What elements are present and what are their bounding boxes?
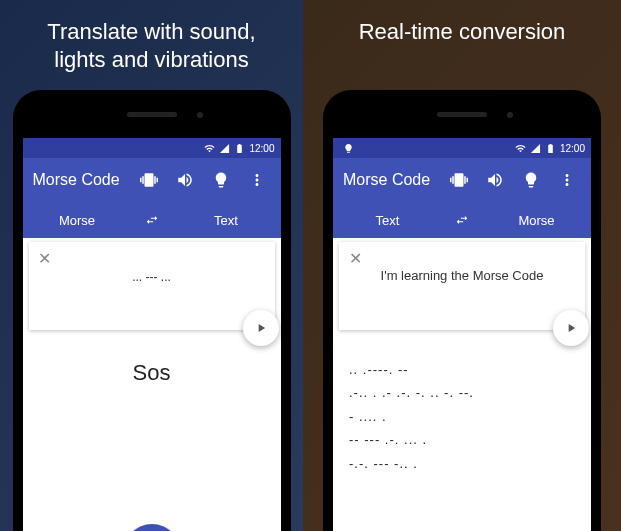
sound-button[interactable]: [481, 166, 509, 194]
output-text: Sos: [23, 330, 281, 516]
swap-button[interactable]: [132, 213, 172, 227]
output-text: .. .----. -- .-.. . .- .-. -. .. -. --. …: [333, 330, 591, 531]
light-button[interactable]: [517, 166, 545, 194]
screen: 12:00 Morse Code Morse: [23, 138, 281, 531]
status-bar: 12:00: [333, 138, 591, 158]
phone-frame: 12:00 Morse Code Text: [323, 90, 601, 531]
tab-bar: Morse Text: [23, 202, 281, 238]
status-bar: 12:00: [23, 138, 281, 158]
signal-icon: [219, 143, 230, 154]
tab-morse[interactable]: Morse: [482, 213, 591, 228]
play-button[interactable]: [243, 310, 279, 346]
tab-text[interactable]: Text: [172, 213, 281, 228]
tab-bar: Text Morse: [333, 202, 591, 238]
clock: 12:00: [560, 143, 585, 154]
input-text: ... --- ...: [37, 250, 267, 314]
battery-icon: [545, 143, 556, 154]
light-button[interactable]: [207, 166, 235, 194]
app-bar: Morse Code: [23, 158, 281, 202]
vibrate-button[interactable]: [135, 166, 163, 194]
signal-icon: [530, 143, 541, 154]
notification-icon: [343, 143, 354, 154]
swap-button[interactable]: [442, 213, 482, 227]
sound-button[interactable]: [171, 166, 199, 194]
phone-frame: 12:00 Morse Code Morse: [13, 90, 291, 531]
close-button[interactable]: ✕: [35, 248, 55, 268]
play-button[interactable]: [553, 310, 589, 346]
app-bar: Morse Code: [333, 158, 591, 202]
input-card[interactable]: ✕ I'm learning the Morse Code: [339, 242, 585, 330]
input-card[interactable]: ✕ ... --- ...: [29, 242, 275, 330]
wifi-icon: [515, 143, 526, 154]
input-text: I'm learning the Morse Code: [347, 250, 577, 313]
screen: 12:00 Morse Code Text: [333, 138, 591, 531]
overflow-button[interactable]: [553, 166, 581, 194]
tap-button[interactable]: [123, 524, 181, 531]
tab-text[interactable]: Text: [333, 213, 442, 228]
promo-panel-left: Translate with sound, lights and vibrati…: [0, 0, 303, 531]
vibrate-button[interactable]: [445, 166, 473, 194]
tab-morse[interactable]: Morse: [23, 213, 132, 228]
headline: Translate with sound, lights and vibrati…: [0, 0, 303, 83]
promo-panel-right: Real-time conversion 12:00 Morse Code: [303, 0, 621, 531]
input-controls: [23, 516, 281, 531]
battery-icon: [234, 143, 245, 154]
close-button[interactable]: ✕: [345, 248, 365, 268]
clock: 12:00: [249, 143, 274, 154]
wifi-icon: [204, 143, 215, 154]
headline: Real-time conversion: [303, 0, 621, 56]
app-title: Morse Code: [33, 171, 127, 189]
overflow-button[interactable]: [243, 166, 271, 194]
app-title: Morse Code: [343, 171, 437, 189]
